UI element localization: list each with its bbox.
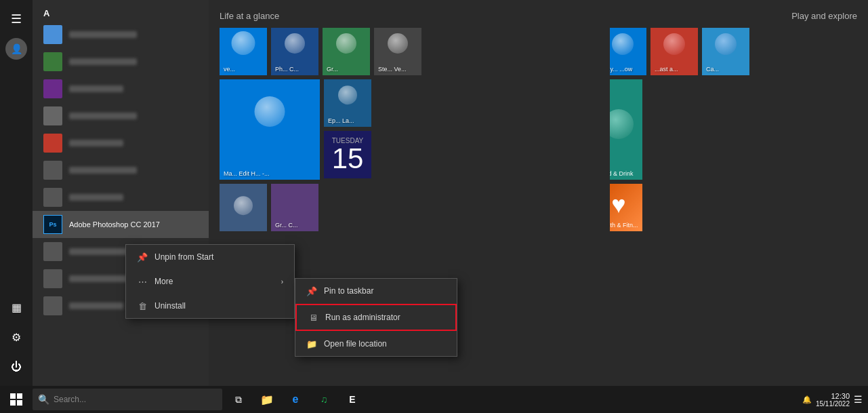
tile-extra2[interactable]: Gr... C...: [271, 184, 318, 231]
ctx-pin-taskbar-label: Pin to taskbar: [324, 286, 373, 296]
app-item-blur3[interactable]: [33, 75, 209, 102]
search-placeholder: Search...: [54, 395, 86, 404]
monitor-icon: 🖥: [308, 312, 318, 323]
power-icon[interactable]: ⏻: [3, 353, 30, 380]
tile-ve-label: ve...: [220, 63, 267, 75]
app-item-blur5[interactable]: [33, 130, 209, 157]
notification-icon: 🔔: [802, 395, 812, 404]
tile-camera-label: Ca...: [702, 63, 749, 75]
epic-button[interactable]: E: [339, 386, 366, 413]
spotify-icon: ♫: [321, 394, 328, 405]
context-menu-more: 📌 Pin to taskbar 🖥 Run as administrator …: [295, 278, 457, 357]
tile-camera[interactable]: Ca...: [702, 28, 749, 75]
svg-rect-0: [10, 393, 16, 399]
taskview-button[interactable]: ⧉: [225, 386, 252, 413]
tiles-row-3: Gr... C...: [220, 184, 599, 231]
tile-ph-c[interactable]: Ph... C...: [271, 28, 318, 75]
tile-groove-label: Gr... C...: [271, 219, 318, 231]
tile-ste-ve-label: Ste... Ve...: [374, 63, 421, 75]
taskbar-right: 🔔 12:30 15/11/2022 ☰: [802, 392, 868, 408]
ctx-uninstall-label: Uninstall: [154, 301, 186, 311]
user-avatar[interactable]: 👤: [3, 35, 30, 62]
settings-icon[interactable]: ⚙: [3, 323, 30, 351]
app-item-blur4[interactable]: [33, 102, 209, 130]
ctx-open-file-label: Open file location: [324, 339, 387, 349]
tile-calendar[interactable]: Tuesday 15: [324, 131, 371, 178]
calendar-day: 15: [332, 144, 364, 177]
folder-icon: 📁: [306, 338, 317, 349]
svg-rect-2: [10, 400, 16, 406]
edge-button[interactable]: e: [282, 386, 309, 413]
tile-ep-la[interactable]: Ep... La...: [324, 79, 371, 127]
tile-candy[interactable]: ...ast a...: [650, 28, 698, 75]
app-item-blur7[interactable]: [33, 184, 209, 211]
trash-icon: 🗑: [137, 300, 148, 311]
search-bar[interactable]: 🔍 Search...: [33, 389, 222, 410]
context-menu-photoshop: 📌 Unpin from Start ⋯ More › 🗑 Uninstall: [125, 244, 295, 319]
start-button[interactable]: [0, 386, 33, 413]
ctx-pin-taskbar[interactable]: 📌 Pin to taskbar: [295, 279, 457, 303]
svg-rect-3: [17, 400, 22, 406]
ctx-unpin-label: Unpin from Start: [154, 252, 213, 262]
section-header-a: A: [33, 5, 209, 21]
tile-extra1[interactable]: [220, 184, 267, 231]
tile-gr[interactable]: Gr...: [323, 28, 370, 75]
tile-candy-label: ...ast a...: [650, 63, 698, 75]
tile-ma-label: Ma... Edit H... -...: [220, 168, 320, 180]
ctx-uninstall[interactable]: 🗑 Uninstall: [126, 294, 294, 318]
tile-gr-label: Gr...: [323, 63, 370, 75]
date-display: 15/11/2022: [816, 400, 850, 408]
svg-rect-1: [17, 393, 22, 399]
tile-ve[interactable]: ve...: [220, 28, 267, 75]
spotify-button[interactable]: ♫: [310, 386, 337, 413]
file-explorer-icon: 📁: [260, 393, 274, 406]
time-display: 12:30: [831, 392, 850, 400]
ctx-open-file[interactable]: 📁 Open file location: [295, 332, 457, 356]
ctx-more-arrow: ›: [281, 278, 283, 286]
live-tiles-icon[interactable]: ▦: [3, 294, 30, 321]
tiles-row-2: Ma... Edit H... -... Ep... La... Tuesday…: [220, 79, 599, 180]
photoshop-icon: Ps: [43, 215, 62, 234]
ctx-more[interactable]: ⋯ More ›: [126, 269, 294, 294]
edge-icon: e: [293, 393, 299, 406]
pin-taskbar-icon: 📌: [306, 286, 317, 296]
app-item-blur1[interactable]: [33, 21, 209, 48]
tiles-col: Ep... La... Tuesday 15: [324, 79, 371, 180]
epic-icon: E: [349, 394, 355, 405]
app-list: A Ps: [33, 0, 209, 386]
taskbar: 🔍 Search... ⧉ 📁 e ♫ E 🔔 12:30 15/11/2022…: [0, 386, 868, 413]
file-explorer-button[interactable]: 📁: [253, 386, 281, 413]
more-icon: ⋯: [137, 276, 148, 287]
clock-area[interactable]: 12:30 15/11/2022: [816, 392, 850, 408]
tile-ma-edit[interactable]: Ma... Edit H... -...: [220, 79, 320, 180]
app-item-blur6[interactable]: [33, 157, 209, 184]
tile-ep-la-label: Ep... La...: [324, 115, 371, 127]
ctx-unpin[interactable]: 📌 Unpin from Start: [126, 245, 294, 269]
action-center-icon[interactable]: ☰: [854, 394, 863, 405]
tile-ste-ve[interactable]: Ste... Ve...: [374, 28, 421, 75]
search-icon: 🔍: [38, 394, 49, 405]
sidebar: ☰ 👤 ▦ ⚙ ⏻: [0, 0, 33, 386]
ctx-run-admin-label: Run as administrator: [325, 313, 400, 322]
ctx-more-label: More: [154, 277, 173, 286]
app-item-blur2[interactable]: [33, 48, 209, 75]
tiles-row-1: ve... Ph... C... Gr... Ste: [220, 28, 599, 75]
ctx-run-admin[interactable]: 🖥 Run as administrator: [295, 304, 457, 331]
taskview-icon: ⧉: [235, 394, 242, 406]
hamburger-icon[interactable]: ☰: [3, 5, 30, 33]
pin-icon: 📌: [137, 252, 148, 262]
play-explore-label: Play and explore: [791, 11, 857, 21]
app-item-photoshop[interactable]: Ps Adobe Photoshop CC 2017: [33, 211, 209, 238]
life-at-glance-title: Life at a glance: [220, 11, 599, 21]
photoshop-label: Adobe Photoshop CC 2017: [69, 220, 160, 229]
taskbar-quick-icons: ⧉ 📁 e ♫ E: [225, 386, 366, 413]
tile-ph-c-label: Ph... C...: [271, 63, 318, 75]
heart-icon: ♥: [611, 191, 625, 219]
